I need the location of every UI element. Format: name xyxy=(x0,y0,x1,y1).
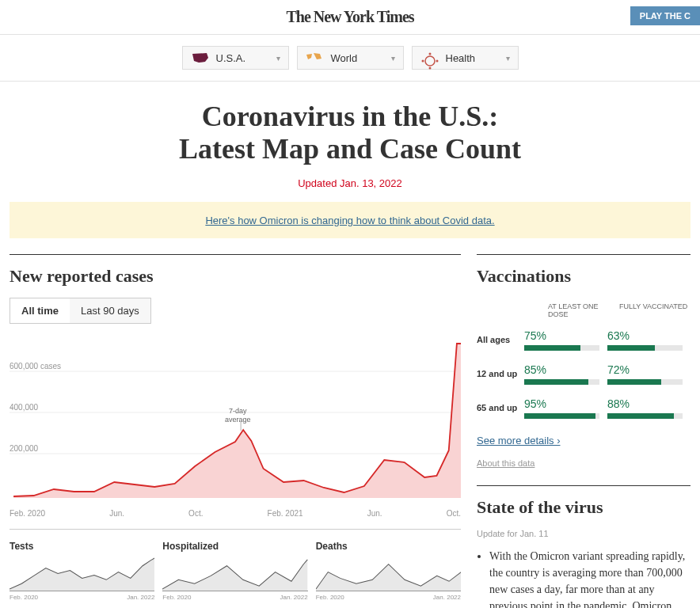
cases-chart: 600,000 cases 400,000 200,000 7-dayavera… xyxy=(10,340,461,498)
usa-map-icon xyxy=(191,51,210,64)
dropdown-label: Health xyxy=(446,52,476,64)
svg-point-3 xyxy=(421,60,424,63)
vac-row: 65 and up 95% 88% xyxy=(477,391,690,425)
svg-point-2 xyxy=(428,67,431,70)
omicron-banner: Here's how Omicron is changing how to th… xyxy=(10,202,690,238)
tab-all-time[interactable]: All time xyxy=(10,298,70,323)
cases-heading: New reported cases xyxy=(10,266,461,287)
dropdown-health[interactable]: Health ▾ xyxy=(412,46,519,70)
nav-dropdowns: U.S.A. ▾ World ▾ Health ▾ xyxy=(0,35,700,82)
dropdown-world[interactable]: World ▾ xyxy=(297,46,404,70)
list-item: With the Omicron variant spreading rapid… xyxy=(489,548,690,608)
dropdown-label: World xyxy=(331,52,358,64)
y-axis-label: 400,000 xyxy=(10,403,38,412)
x-tick: Oct. xyxy=(188,509,203,518)
stats-table-header: DAILY AVG. ON JAN. 12 14-DAY CHANGE TOTA… xyxy=(10,601,461,608)
chevron-down-icon: ▾ xyxy=(506,54,510,63)
vac-row: All ages 75% 63% xyxy=(477,323,690,357)
page-title: Coronavirus in the U.S.: Latest Map and … xyxy=(10,101,690,166)
x-tick: Jun. xyxy=(367,509,382,518)
mini-title: Tests xyxy=(10,541,154,552)
svg-point-0 xyxy=(425,56,435,66)
vaccinations-heading: Vaccinations xyxy=(477,266,690,287)
mini-chart-hospitalized: Hospitalized Feb. 2020Jan. 2022 xyxy=(162,541,307,601)
dropdown-label: U.S.A. xyxy=(216,52,246,64)
site-logo: The New York Times xyxy=(0,8,700,26)
time-range-tabs: All time Last 90 days xyxy=(10,298,151,324)
play-game-button[interactable]: PLAY THE C xyxy=(630,6,700,25)
world-map-icon xyxy=(306,51,325,64)
x-axis: Feb. 2020 Jun. Oct. Feb. 2021 Jun. Oct. xyxy=(10,506,461,530)
see-more-link[interactable]: See more details › xyxy=(477,435,561,446)
y-axis-label: 600,000 cases xyxy=(10,362,61,370)
x-tick: Feb. 2020 xyxy=(10,509,45,518)
mini-chart-tests: Tests Feb. 2020Jan. 2022 xyxy=(10,541,154,601)
y-axis-label: 200,000 xyxy=(10,444,38,453)
dropdown-usa[interactable]: U.S.A. ▾ xyxy=(182,46,289,70)
x-tick: Feb. 2021 xyxy=(268,509,303,518)
chevron-down-icon: ▾ xyxy=(391,54,395,63)
state-heading: State of the virus xyxy=(477,497,690,518)
mini-title: Deaths xyxy=(316,541,461,552)
mini-chart-deaths: Deaths Feb. 2020Jan. 2022 xyxy=(316,541,461,601)
vac-table-header: AT LEAST ONE DOSE FULLY VACCINATED xyxy=(477,298,690,323)
seven-day-annotation: 7-dayaverage xyxy=(225,407,251,424)
chevron-down-icon: ▾ xyxy=(276,54,280,63)
x-tick: Oct. xyxy=(447,509,461,518)
tab-last-90[interactable]: Last 90 days xyxy=(70,298,150,323)
banner-link[interactable]: Here's how Omicron is changing how to th… xyxy=(205,215,494,226)
svg-point-4 xyxy=(436,60,438,63)
updated-date: Updated Jan. 13, 2022 xyxy=(10,177,690,189)
vac-row: 12 and up 85% 72% xyxy=(477,357,690,391)
mini-title: Hospitalized xyxy=(162,541,307,552)
svg-point-1 xyxy=(428,53,431,55)
state-bullets: With the Omicron variant spreading rapid… xyxy=(477,548,690,608)
x-tick: Jun. xyxy=(109,509,124,518)
state-update-date: Update for Jan. 11 xyxy=(477,529,690,538)
virus-icon xyxy=(420,51,439,64)
about-data-link[interactable]: About this data xyxy=(477,458,535,468)
